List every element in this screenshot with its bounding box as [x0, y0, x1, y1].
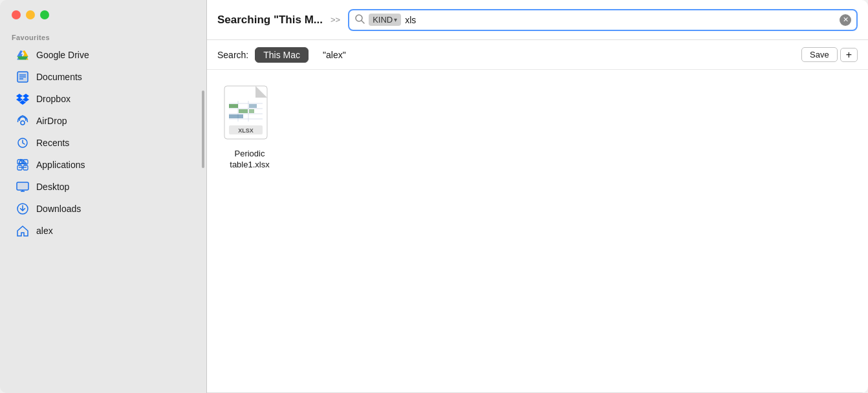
alex-scope-button[interactable]: "alex" [315, 48, 354, 62]
sidebar-item-documents[interactable]: Documents [4, 66, 202, 88]
scrollbar-thumb[interactable] [202, 90, 204, 168]
downloads-icon [16, 202, 30, 216]
file-area: XLSX Periodic table1.xlsx [207, 70, 868, 392]
sidebar-item-desktop-label: Desktop [36, 182, 69, 192]
sidebar: Favourites Google Drive [0, 0, 207, 393]
recents-icon [16, 136, 30, 150]
search-icon [354, 14, 365, 26]
save-button[interactable]: Save [801, 47, 838, 62]
clear-icon: ✕ [843, 16, 849, 24]
search-bar[interactable]: KIND ▾ xls ✕ [348, 9, 858, 31]
scope-bar: Search: This Mac "alex" Save + [207, 40, 868, 70]
main-content: Searching "This M... >> KIND ▾ xls ✕ Sea… [207, 0, 868, 393]
svg-point-10 [21, 121, 25, 125]
sidebar-item-recents[interactable]: Recents [4, 132, 202, 154]
dropbox-icon [16, 92, 30, 106]
sidebar-item-google-drive[interactable]: Google Drive [4, 44, 202, 66]
sidebar-item-downloads-label: Downloads [36, 204, 81, 214]
sidebar-item-applications[interactable]: Applications [4, 154, 202, 176]
svg-rect-37 [249, 104, 257, 108]
add-scope-button[interactable]: + [840, 48, 858, 62]
svg-rect-34 [229, 104, 238, 108]
sidebar-item-dropbox[interactable]: Dropbox [4, 88, 202, 110]
search-value: xls [405, 15, 836, 25]
sidebar-item-documents-label: Documents [36, 72, 82, 82]
kind-label: KIND [373, 15, 393, 25]
window-controls [0, 0, 206, 28]
this-mac-scope-button[interactable]: This Mac [255, 47, 309, 63]
svg-rect-35 [239, 109, 248, 113]
window-title: Searching "This M... [217, 14, 323, 27]
sidebar-item-downloads[interactable]: Downloads [4, 198, 202, 220]
sidebar-item-dropbox-label: Dropbox [36, 94, 71, 104]
svg-rect-20 [17, 182, 28, 190]
forward-arrows: >> [331, 15, 340, 25]
documents-icon [16, 70, 30, 84]
scrollbar-track [201, 52, 205, 387]
sidebar-item-applications-label: Applications [36, 160, 85, 170]
google-drive-icon [16, 48, 30, 62]
sidebar-scroll: Favourites Google Drive [0, 28, 206, 393]
favourites-label: Favourites [0, 28, 206, 44]
kind-chevron-icon: ▾ [394, 16, 397, 23]
desktop-icon [16, 180, 30, 194]
svg-text:XLSX: XLSX [238, 127, 254, 134]
clear-search-button[interactable]: ✕ [840, 14, 851, 26]
file-name: Periodic table1.xlsx [230, 149, 269, 171]
maximize-button[interactable] [40, 10, 49, 19]
search-label: Search: [217, 50, 248, 60]
airdrop-icon [16, 114, 30, 128]
topbar: Searching "This M... >> KIND ▾ xls ✕ [207, 0, 868, 40]
sidebar-item-recents-label: Recents [36, 138, 69, 148]
file-icon: XLSX [224, 85, 276, 143]
scope-actions: Save + [801, 47, 858, 62]
home-icon [16, 224, 30, 238]
svg-rect-38 [249, 109, 254, 113]
close-button[interactable] [12, 10, 21, 19]
sidebar-item-airdrop-label: AirDrop [36, 116, 67, 126]
svg-rect-36 [229, 114, 243, 118]
applications-icon [16, 158, 30, 172]
sidebar-item-desktop[interactable]: Desktop [4, 176, 202, 198]
svg-line-26 [362, 21, 364, 23]
sidebar-item-alex[interactable]: alex [4, 220, 202, 242]
minimize-button[interactable] [26, 10, 35, 19]
sidebar-item-google-drive-label: Google Drive [36, 50, 89, 60]
sidebar-item-alex-label: alex [36, 226, 53, 236]
sidebar-item-airdrop[interactable]: AirDrop [4, 110, 202, 132]
file-item[interactable]: XLSX Periodic table1.xlsx [217, 83, 282, 173]
kind-pill[interactable]: KIND ▾ [369, 14, 401, 26]
